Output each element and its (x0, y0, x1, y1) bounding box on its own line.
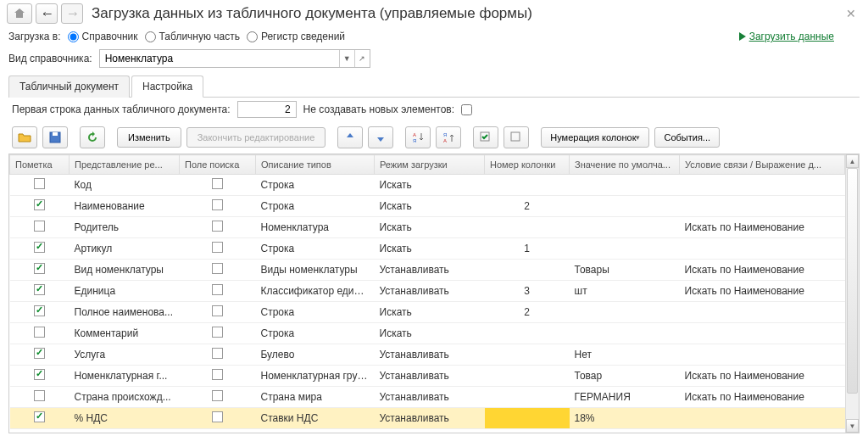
table-row[interactable]: Вид номенклатурыВиды номенклатурыУстанав… (10, 260, 845, 281)
mark-checkbox[interactable] (34, 221, 45, 232)
cell-cond[interactable] (680, 302, 845, 323)
cell-types[interactable]: Виды номенклатуры (256, 260, 375, 281)
cell-mode[interactable]: Искать (375, 175, 485, 196)
tab-settings[interactable]: Настройка (131, 75, 203, 98)
cell-types[interactable]: Классификатор едини... (256, 281, 375, 302)
mark-checkbox[interactable] (34, 199, 45, 210)
radio-directory[interactable]: Справочник (68, 31, 138, 42)
table-row[interactable]: ЕдиницаКлассификатор едини...Устанавлива… (10, 281, 845, 302)
cell-types[interactable]: Номенклатурная группа (256, 366, 375, 387)
cell-cond[interactable] (680, 408, 845, 429)
cell-repr[interactable]: Родитель (70, 217, 180, 238)
search-checkbox[interactable] (212, 199, 223, 210)
cell-default[interactable] (570, 429, 680, 433)
cell-repr[interactable]: Статья затрат (70, 429, 180, 433)
col-mode[interactable]: Режим загрузки (375, 155, 485, 175)
mark-checkbox[interactable] (34, 284, 45, 295)
mark-checkbox[interactable] (34, 390, 45, 401)
cell-num[interactable] (485, 408, 570, 429)
cell-types[interactable]: Строка (256, 175, 375, 196)
cell-cond[interactable] (680, 323, 845, 344)
mark-checkbox[interactable] (34, 178, 45, 189)
sort-desc-icon[interactable]: ЯА (436, 126, 461, 148)
cell-cond[interactable]: Искать по Наименование (680, 387, 845, 408)
cell-default[interactable] (570, 238, 680, 260)
scroll-up-icon[interactable]: ▲ (846, 154, 859, 168)
cell-cond[interactable] (680, 196, 845, 217)
scroll-thumb[interactable] (847, 168, 858, 394)
cell-cond[interactable]: Искать по Наименование (680, 366, 845, 387)
search-checkbox[interactable] (212, 390, 223, 401)
table-row[interactable]: Статья затратСтатья затратИскатьИскать п… (10, 429, 845, 433)
search-checkbox[interactable] (212, 178, 223, 189)
col-repr[interactable]: Представление ре... (70, 155, 180, 175)
cell-num[interactable] (485, 387, 570, 408)
cell-cond[interactable]: Искать по Наименование (680, 281, 845, 302)
nocreate-checkbox[interactable] (461, 104, 472, 115)
cell-num[interactable]: 1 (485, 238, 570, 260)
vertical-scrollbar[interactable]: ▲ ▼ (845, 154, 859, 433)
cell-repr[interactable]: Единица (70, 281, 180, 302)
table-row[interactable]: % НДССтавки НДСУстанавливать18% (10, 408, 845, 429)
cell-num[interactable]: 2 (485, 302, 570, 323)
search-checkbox[interactable] (212, 369, 223, 380)
firstrow-input[interactable] (237, 101, 297, 118)
cell-mode[interactable]: Искать (375, 217, 485, 238)
dict-combo[interactable]: ▼ ↗ (99, 49, 370, 68)
cell-default[interactable]: Товары (570, 260, 680, 281)
cell-mode[interactable]: Устанавливать (375, 344, 485, 366)
cell-types[interactable]: Строка (256, 323, 375, 344)
cell-types[interactable]: Строка (256, 238, 375, 260)
mark-checkbox[interactable] (34, 369, 45, 380)
cell-mode[interactable]: Устанавливать (375, 387, 485, 408)
cell-repr[interactable]: Комментарий (70, 323, 180, 344)
table-row[interactable]: КомментарийСтрокаИскать (10, 323, 845, 344)
chevron-down-icon[interactable]: ▼ (339, 50, 354, 67)
cell-mode[interactable]: Искать (375, 238, 485, 260)
settings-table[interactable]: Пометка Представление ре... Поле поиска … (9, 154, 845, 433)
cell-num[interactable] (485, 217, 570, 238)
folder-open-icon[interactable] (12, 126, 37, 148)
search-checkbox[interactable] (212, 221, 223, 232)
table-row[interactable]: Полное наименова...СтрокаИскать2 (10, 302, 845, 323)
table-row[interactable]: НаименованиеСтрокаИскать2 (10, 196, 845, 217)
cell-default[interactable]: шт (570, 281, 680, 302)
cell-mode[interactable]: Устанавливать (375, 260, 485, 281)
cell-mode[interactable]: Искать (375, 429, 485, 433)
table-row[interactable]: УслугаБулевоУстанавливатьНет (10, 344, 845, 366)
mark-checkbox[interactable] (34, 411, 45, 422)
cell-cond[interactable] (680, 344, 845, 366)
sort-asc-icon[interactable]: АЯ (405, 126, 431, 148)
col-search[interactable]: Поле поиска (180, 155, 256, 175)
radio-register[interactable]: Регистр сведений (247, 31, 345, 42)
cell-repr[interactable]: Вид номенклатуры (70, 260, 180, 281)
cell-default[interactable] (570, 175, 680, 196)
cell-types[interactable]: Ставки НДС (256, 408, 375, 429)
cell-cond[interactable]: Искать по Наименование (680, 260, 845, 281)
cell-default[interactable] (570, 302, 680, 323)
cell-num[interactable] (485, 344, 570, 366)
cell-repr[interactable]: Номенклатурная г... (70, 366, 180, 387)
cell-types[interactable]: Статья затрат (256, 429, 375, 433)
cell-num[interactable] (485, 260, 570, 281)
scroll-down-icon[interactable]: ▼ (846, 419, 859, 433)
cell-num[interactable] (485, 366, 570, 387)
cell-types[interactable]: Номенклатура (256, 217, 375, 238)
load-data-link[interactable]: Загрузить данные (739, 31, 834, 42)
search-checkbox[interactable] (212, 411, 223, 422)
numbering-button[interactable]: Нумерация колонок (541, 127, 649, 148)
cell-types[interactable]: Строка (256, 302, 375, 323)
col-types[interactable]: Описание типов (256, 155, 375, 175)
search-checkbox[interactable] (212, 348, 223, 359)
table-row[interactable]: Страна происхожд...Страна мираУстанавлив… (10, 387, 845, 408)
radio-tabular[interactable]: Табличную часть (145, 31, 240, 42)
cell-repr[interactable]: Услуга (70, 344, 180, 366)
col-default[interactable]: Значение по умолча... (570, 155, 680, 175)
cell-default[interactable] (570, 217, 680, 238)
cell-repr[interactable]: Наименование (70, 196, 180, 217)
cell-num[interactable]: 2 (485, 196, 570, 217)
cell-repr[interactable]: Код (70, 175, 180, 196)
cell-mode[interactable]: Устанавливать (375, 281, 485, 302)
cell-repr[interactable]: % НДС (70, 408, 180, 429)
cell-cond[interactable]: Искать по Наименование (680, 217, 845, 238)
